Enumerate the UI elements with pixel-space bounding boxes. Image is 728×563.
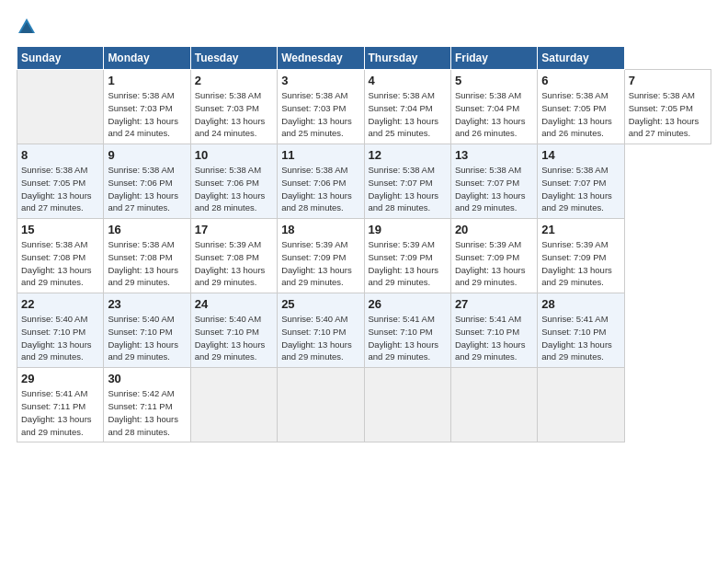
weekday-header-sunday: Sunday bbox=[17, 47, 104, 70]
weekday-header-friday: Friday bbox=[450, 47, 537, 70]
day-cell: 6 Sunrise: 5:38 AMSunset: 7:05 PMDayligh… bbox=[538, 70, 624, 144]
day-number: 10 bbox=[195, 148, 273, 162]
day-detail: Sunrise: 5:38 AMSunset: 7:07 PMDaylight:… bbox=[455, 165, 526, 213]
day-detail: Sunrise: 5:38 AMSunset: 7:06 PMDaylight:… bbox=[195, 165, 266, 213]
day-number: 18 bbox=[281, 223, 359, 236]
header bbox=[17, 17, 711, 37]
day-cell: 18 Sunrise: 5:39 AMSunset: 7:09 PMDaylig… bbox=[278, 219, 364, 293]
day-cell bbox=[278, 368, 364, 442]
weekday-header-wednesday: Wednesday bbox=[278, 47, 364, 70]
day-cell: 24 Sunrise: 5:40 AMSunset: 7:10 PMDaylig… bbox=[190, 293, 277, 368]
day-cell: 14 Sunrise: 5:38 AMSunset: 7:07 PMDaylig… bbox=[538, 144, 624, 219]
day-detail: Sunrise: 5:38 AMSunset: 7:08 PMDaylight:… bbox=[21, 239, 92, 287]
day-detail: Sunrise: 5:40 AMSunset: 7:10 PMDaylight:… bbox=[21, 314, 92, 362]
week-row-2: 8 Sunrise: 5:38 AMSunset: 7:05 PMDayligh… bbox=[17, 144, 711, 219]
day-cell: 17 Sunrise: 5:39 AMSunset: 7:08 PMDaylig… bbox=[190, 219, 277, 293]
day-number: 28 bbox=[541, 297, 620, 311]
weekday-header-tuesday: Tuesday bbox=[190, 47, 277, 70]
day-cell: 10 Sunrise: 5:38 AMSunset: 7:06 PMDaylig… bbox=[190, 144, 277, 219]
day-cell: 19 Sunrise: 5:39 AMSunset: 7:09 PMDaylig… bbox=[364, 219, 450, 293]
day-detail: Sunrise: 5:41 AMSunset: 7:10 PMDaylight:… bbox=[541, 314, 612, 362]
day-detail: Sunrise: 5:38 AMSunset: 7:05 PMDaylight:… bbox=[21, 165, 92, 213]
day-cell: 9 Sunrise: 5:38 AMSunset: 7:06 PMDayligh… bbox=[104, 144, 190, 219]
day-cell: 15 Sunrise: 5:38 AMSunset: 7:08 PMDaylig… bbox=[17, 219, 104, 293]
day-cell: 22 Sunrise: 5:40 AMSunset: 7:10 PMDaylig… bbox=[17, 293, 104, 368]
day-number: 8 bbox=[21, 148, 99, 162]
day-number: 5 bbox=[455, 74, 533, 87]
day-cell: 26 Sunrise: 5:41 AMSunset: 7:10 PMDaylig… bbox=[364, 293, 450, 368]
day-number: 27 bbox=[455, 297, 533, 311]
day-number: 14 bbox=[541, 148, 620, 162]
day-cell: 1 Sunrise: 5:38 AMSunset: 7:03 PMDayligh… bbox=[104, 70, 190, 144]
day-cell: 30 Sunrise: 5:42 AMSunset: 7:11 PMDaylig… bbox=[104, 368, 190, 442]
day-number: 30 bbox=[108, 372, 186, 385]
day-cell: 23 Sunrise: 5:40 AMSunset: 7:10 PMDaylig… bbox=[104, 293, 190, 368]
day-detail: Sunrise: 5:39 AMSunset: 7:09 PMDaylight:… bbox=[281, 239, 352, 287]
day-detail: Sunrise: 5:39 AMSunset: 7:09 PMDaylight:… bbox=[455, 239, 526, 287]
day-number: 4 bbox=[369, 74, 447, 87]
day-cell: 11 Sunrise: 5:38 AMSunset: 7:06 PMDaylig… bbox=[278, 144, 364, 219]
day-cell: 8 Sunrise: 5:38 AMSunset: 7:05 PMDayligh… bbox=[17, 144, 104, 219]
day-cell: 7 Sunrise: 5:38 AMSunset: 7:05 PMDayligh… bbox=[624, 70, 711, 144]
day-cell: 20 Sunrise: 5:39 AMSunset: 7:09 PMDaylig… bbox=[450, 219, 537, 293]
day-cell: 3 Sunrise: 5:38 AMSunset: 7:03 PMDayligh… bbox=[278, 70, 364, 144]
day-detail: Sunrise: 5:40 AMSunset: 7:10 PMDaylight:… bbox=[108, 314, 178, 362]
calendar-table: SundayMondayTuesdayWednesdayThursdayFrid… bbox=[17, 46, 711, 442]
day-detail: Sunrise: 5:42 AMSunset: 7:11 PMDaylight:… bbox=[108, 388, 178, 436]
day-number: 13 bbox=[455, 148, 533, 162]
day-detail: Sunrise: 5:38 AMSunset: 7:05 PMDaylight:… bbox=[541, 90, 612, 138]
day-cell: 13 Sunrise: 5:38 AMSunset: 7:07 PMDaylig… bbox=[450, 144, 537, 219]
day-detail: Sunrise: 5:38 AMSunset: 7:04 PMDaylight:… bbox=[455, 90, 526, 138]
week-row-5: 29 Sunrise: 5:41 AMSunset: 7:11 PMDaylig… bbox=[17, 368, 711, 442]
logo-icon bbox=[17, 17, 37, 37]
day-detail: Sunrise: 5:39 AMSunset: 7:09 PMDaylight:… bbox=[541, 239, 612, 287]
logo bbox=[17, 17, 38, 37]
week-row-1: 1 Sunrise: 5:38 AMSunset: 7:03 PMDayligh… bbox=[17, 70, 711, 144]
day-number: 24 bbox=[195, 297, 273, 311]
day-detail: Sunrise: 5:41 AMSunset: 7:10 PMDaylight:… bbox=[455, 314, 526, 362]
day-number: 9 bbox=[108, 148, 186, 162]
day-detail: Sunrise: 5:38 AMSunset: 7:03 PMDaylight:… bbox=[195, 90, 266, 138]
day-cell: 28 Sunrise: 5:41 AMSunset: 7:10 PMDaylig… bbox=[538, 293, 624, 368]
day-cell bbox=[17, 70, 104, 144]
day-detail: Sunrise: 5:39 AMSunset: 7:08 PMDaylight:… bbox=[195, 239, 266, 287]
day-cell: 5 Sunrise: 5:38 AMSunset: 7:04 PMDayligh… bbox=[450, 70, 537, 144]
day-number: 26 bbox=[369, 297, 447, 311]
day-detail: Sunrise: 5:40 AMSunset: 7:10 PMDaylight:… bbox=[195, 314, 266, 362]
day-detail: Sunrise: 5:38 AMSunset: 7:04 PMDaylight:… bbox=[369, 90, 439, 138]
week-row-3: 15 Sunrise: 5:38 AMSunset: 7:08 PMDaylig… bbox=[17, 219, 711, 293]
day-cell bbox=[538, 368, 624, 442]
day-detail: Sunrise: 5:41 AMSunset: 7:11 PMDaylight:… bbox=[21, 388, 92, 436]
day-number: 15 bbox=[21, 223, 99, 236]
day-detail: Sunrise: 5:38 AMSunset: 7:06 PMDaylight:… bbox=[281, 165, 352, 213]
day-number: 20 bbox=[455, 223, 533, 236]
day-number: 16 bbox=[108, 223, 186, 236]
day-cell: 21 Sunrise: 5:39 AMSunset: 7:09 PMDaylig… bbox=[538, 219, 624, 293]
day-cell bbox=[450, 368, 537, 442]
day-detail: Sunrise: 5:41 AMSunset: 7:10 PMDaylight:… bbox=[369, 314, 439, 362]
day-number: 17 bbox=[195, 223, 273, 236]
day-number: 7 bbox=[629, 74, 707, 87]
day-number: 23 bbox=[108, 297, 186, 311]
day-cell: 12 Sunrise: 5:38 AMSunset: 7:07 PMDaylig… bbox=[364, 144, 450, 219]
header-row: SundayMondayTuesdayWednesdayThursdayFrid… bbox=[17, 47, 711, 70]
day-detail: Sunrise: 5:38 AMSunset: 7:07 PMDaylight:… bbox=[369, 165, 439, 213]
day-number: 22 bbox=[21, 297, 99, 311]
weekday-header-thursday: Thursday bbox=[364, 47, 450, 70]
day-detail: Sunrise: 5:38 AMSunset: 7:03 PMDaylight:… bbox=[281, 90, 352, 138]
day-cell: 4 Sunrise: 5:38 AMSunset: 7:04 PMDayligh… bbox=[364, 70, 450, 144]
day-detail: Sunrise: 5:39 AMSunset: 7:09 PMDaylight:… bbox=[369, 239, 439, 287]
day-cell bbox=[364, 368, 450, 442]
day-cell: 27 Sunrise: 5:41 AMSunset: 7:10 PMDaylig… bbox=[450, 293, 537, 368]
day-cell: 16 Sunrise: 5:38 AMSunset: 7:08 PMDaylig… bbox=[104, 219, 190, 293]
day-number: 29 bbox=[21, 372, 99, 385]
day-number: 1 bbox=[108, 74, 186, 87]
day-number: 2 bbox=[195, 74, 273, 87]
day-detail: Sunrise: 5:38 AMSunset: 7:08 PMDaylight:… bbox=[108, 239, 178, 287]
weekday-header-monday: Monday bbox=[104, 47, 190, 70]
day-number: 21 bbox=[541, 223, 620, 236]
day-number: 12 bbox=[369, 148, 447, 162]
day-number: 6 bbox=[541, 74, 620, 87]
day-number: 19 bbox=[369, 223, 447, 236]
day-number: 25 bbox=[281, 297, 359, 311]
